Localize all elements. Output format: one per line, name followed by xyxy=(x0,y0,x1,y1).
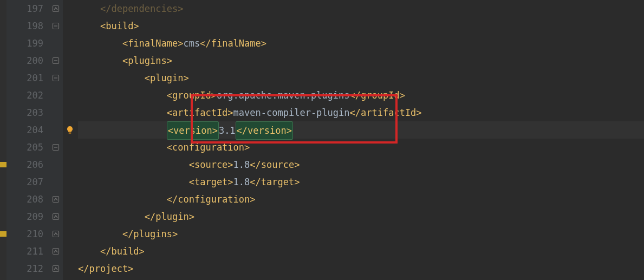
code-line[interactable]: </build> xyxy=(78,243,644,260)
line-number: 205 xyxy=(6,139,43,156)
line-number: 204 xyxy=(6,121,43,139)
svg-rect-0 xyxy=(53,6,59,12)
svg-rect-9 xyxy=(53,197,59,203)
line-number: 207 xyxy=(6,173,43,191)
line-number: 206 xyxy=(6,156,43,173)
code-line[interactable]: </plugin> xyxy=(78,208,644,225)
fold-gutter xyxy=(50,0,63,280)
change-marker-gutter xyxy=(0,0,6,280)
xml-tag: <build> xyxy=(100,21,139,31)
xml-tag: <artifactId> xyxy=(167,107,233,118)
code-line[interactable]: </configuration> xyxy=(78,191,644,208)
line-number: 209 xyxy=(6,208,43,225)
svg-rect-13 xyxy=(53,266,59,272)
code-line[interactable]: </dependencies> xyxy=(78,0,644,17)
xml-tag: <groupId> xyxy=(167,90,217,101)
xml-tag: </artifactId> xyxy=(350,107,422,118)
code-line[interactable]: <configuration> xyxy=(78,139,644,156)
line-number: 197 xyxy=(6,0,43,17)
xml-text: org.apache.maven.plugins xyxy=(217,90,350,101)
line-number: 212 xyxy=(6,260,43,277)
xml-tag: </plugins> xyxy=(122,229,178,239)
code-line[interactable]: <finalName>cms</finalName> xyxy=(78,35,644,52)
code-line[interactable]: <artifactId>maven-compiler-plugin</artif… xyxy=(78,104,644,121)
vcs-change-marker[interactable] xyxy=(0,231,6,237)
xml-tag: </source> xyxy=(250,159,300,170)
svg-rect-14 xyxy=(69,133,71,134)
fold-expand-icon[interactable] xyxy=(51,194,61,204)
line-number: 198 xyxy=(6,17,43,35)
fold-expand-icon[interactable] xyxy=(51,229,61,239)
code-line[interactable]: <source>1.8</source> xyxy=(78,156,644,173)
code-line[interactable]: <build> xyxy=(78,17,644,35)
xml-tag: </build> xyxy=(100,246,145,257)
code-line[interactable]: <groupId>org.apache.maven.plugins</group… xyxy=(78,87,644,104)
svg-rect-11 xyxy=(53,231,59,237)
svg-rect-10 xyxy=(53,214,59,220)
xml-tag: </project> xyxy=(78,263,133,274)
code-line[interactable]: <plugin> xyxy=(78,69,644,87)
line-number: 211 xyxy=(6,243,43,260)
line-number xyxy=(6,277,43,280)
xml-tag: <plugin> xyxy=(145,73,189,83)
fold-expand-icon[interactable] xyxy=(51,246,61,256)
line-number: 208 xyxy=(6,191,43,208)
xml-tag: </finalName> xyxy=(200,38,266,49)
code-editor[interactable]: 1971981992002012022032042052062072082092… xyxy=(0,0,644,280)
fold-expand-icon[interactable] xyxy=(51,4,61,14)
svg-rect-12 xyxy=(53,249,59,255)
xml-tag: <version> xyxy=(167,121,219,140)
line-number: 199 xyxy=(6,35,43,52)
xml-text: 1.8 xyxy=(233,159,250,170)
xml-tag: </groupId> xyxy=(350,90,405,101)
code-line[interactable] xyxy=(78,277,644,280)
code-line[interactable]: </plugins> xyxy=(78,225,644,243)
fold-collapse-icon[interactable] xyxy=(51,73,61,83)
fold-collapse-icon[interactable] xyxy=(51,56,61,66)
intention-bulb-icon[interactable] xyxy=(65,125,75,135)
xml-tag: <source> xyxy=(189,159,233,170)
xml-tag: </version> xyxy=(236,121,293,140)
code-line[interactable]: <version>3.1</version> xyxy=(78,121,644,139)
line-number: 201 xyxy=(6,69,43,87)
xml-tag: <target> xyxy=(189,177,233,187)
line-number: 200 xyxy=(6,52,43,69)
line-number: 210 xyxy=(6,225,43,243)
annotation-gutter xyxy=(63,0,78,280)
xml-tag: </target> xyxy=(250,177,300,187)
xml-tag: </dependencies> xyxy=(100,3,184,14)
code-line[interactable]: <plugins> xyxy=(78,52,644,69)
xml-text: 1.8 xyxy=(233,177,250,187)
xml-text: cms xyxy=(183,38,200,49)
code-area[interactable]: </dependencies> <build> <finalName>cms</… xyxy=(78,0,644,280)
fold-expand-icon[interactable] xyxy=(51,264,61,274)
code-line[interactable]: <target>1.8</target> xyxy=(78,173,644,191)
code-line[interactable]: </project> xyxy=(78,260,644,277)
fold-expand-icon[interactable] xyxy=(51,212,61,222)
xml-tag: </configuration> xyxy=(167,194,256,205)
fold-collapse-icon[interactable] xyxy=(51,21,61,31)
xml-tag: <configuration> xyxy=(167,142,250,153)
xml-text: 3.1 xyxy=(219,125,236,136)
line-number: 203 xyxy=(6,104,43,121)
xml-tag: <finalName> xyxy=(122,38,184,49)
vcs-change-marker[interactable] xyxy=(0,162,6,167)
xml-text: maven-compiler-plugin xyxy=(233,107,350,118)
xml-tag: </plugin> xyxy=(145,211,194,222)
fold-collapse-icon[interactable] xyxy=(51,142,61,152)
line-number-gutter: 1971981992002012022032042052062072082092… xyxy=(6,0,50,280)
line-number: 202 xyxy=(6,87,43,104)
xml-tag: <plugins> xyxy=(122,55,172,66)
